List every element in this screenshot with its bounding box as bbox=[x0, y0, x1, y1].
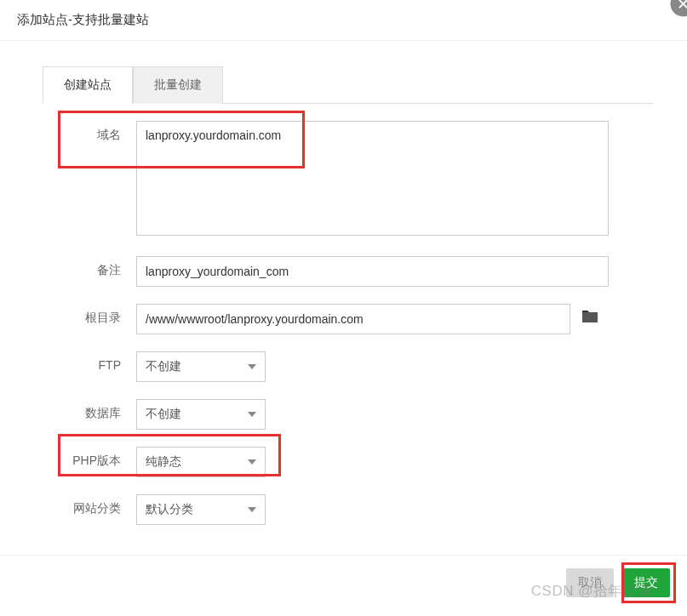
category-select-value: 默认分类 bbox=[146, 502, 193, 517]
modal-body: 创建站点 批量创建 域名 lanproxy.yourdomain.com 备注 … bbox=[0, 41, 687, 559]
row-domain: 域名 lanproxy.yourdomain.com bbox=[43, 121, 653, 239]
tab-create-site[interactable]: 创建站点 bbox=[43, 66, 133, 104]
php-select-value: 纯静态 bbox=[146, 454, 181, 470]
chevron-down-icon bbox=[248, 459, 256, 465]
label-remark: 备注 bbox=[43, 256, 136, 278]
remark-input[interactable] bbox=[136, 256, 609, 287]
tab-bar: 创建站点 批量创建 bbox=[43, 66, 653, 104]
row-db: 数据库 不创建 bbox=[43, 399, 653, 430]
close-button[interactable]: ✕ bbox=[671, 0, 688, 17]
label-php: PHP版本 bbox=[43, 447, 136, 469]
row-ftp: FTP 不创建 bbox=[43, 351, 653, 382]
row-php: PHP版本 纯静态 bbox=[43, 447, 653, 477]
label-db: 数据库 bbox=[43, 399, 136, 421]
folder-icon[interactable] bbox=[581, 309, 599, 328]
chevron-down-icon bbox=[248, 507, 256, 512]
label-root: 根目录 bbox=[43, 304, 136, 326]
row-category: 网站分类 默认分类 bbox=[43, 494, 653, 525]
label-domain: 域名 bbox=[43, 121, 136, 143]
root-input[interactable] bbox=[136, 304, 570, 334]
add-site-modal: 添加站点-支持批量建站 ✕ 创建站点 批量创建 域名 lanproxy.your… bbox=[0, 0, 687, 616]
label-ftp: FTP bbox=[43, 351, 136, 372]
label-category: 网站分类 bbox=[43, 494, 136, 516]
modal-title: 添加站点-支持批量建站 bbox=[17, 12, 149, 28]
cancel-button[interactable]: 取消 bbox=[566, 568, 614, 597]
modal-footer: 取消 提交 bbox=[0, 555, 687, 616]
domain-textarea[interactable]: lanproxy.yourdomain.com bbox=[136, 121, 609, 236]
php-select[interactable]: 纯静态 bbox=[136, 447, 266, 477]
submit-button[interactable]: 提交 bbox=[622, 568, 670, 597]
close-icon: ✕ bbox=[677, 0, 687, 14]
chevron-down-icon bbox=[248, 412, 256, 417]
row-root: 根目录 bbox=[43, 304, 653, 334]
ftp-select-value: 不创建 bbox=[146, 359, 181, 374]
category-select[interactable]: 默认分类 bbox=[136, 494, 266, 525]
tab-batch-create[interactable]: 批量创建 bbox=[133, 66, 223, 104]
site-form: 域名 lanproxy.yourdomain.com 备注 根目录 bbox=[43, 104, 653, 525]
chevron-down-icon bbox=[248, 364, 256, 369]
ftp-select[interactable]: 不创建 bbox=[136, 351, 266, 382]
db-select[interactable]: 不创建 bbox=[136, 399, 266, 430]
db-select-value: 不创建 bbox=[146, 407, 181, 422]
modal-header: 添加站点-支持批量建站 ✕ bbox=[0, 0, 687, 41]
row-remark: 备注 bbox=[43, 256, 653, 287]
